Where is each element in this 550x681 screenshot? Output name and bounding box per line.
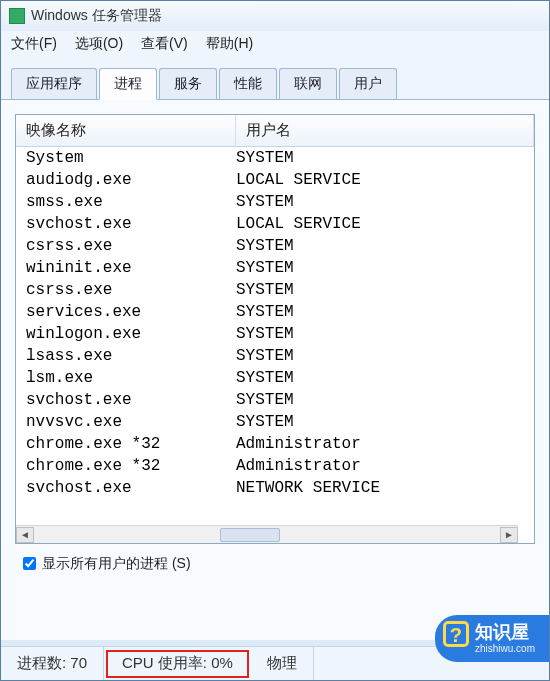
cell-user-name: SYSTEM bbox=[236, 281, 524, 299]
cell-user-name: SYSTEM bbox=[236, 193, 524, 211]
table-row[interactable]: services.exeSYSTEM bbox=[16, 301, 534, 323]
table-row[interactable]: winlogon.exeSYSTEM bbox=[16, 323, 534, 345]
cell-user-name: SYSTEM bbox=[236, 369, 524, 387]
table-row[interactable]: SystemSYSTEM bbox=[16, 147, 534, 169]
cell-image-name: svchost.exe bbox=[26, 215, 236, 233]
cell-image-name: lsm.exe bbox=[26, 369, 236, 387]
menu-view[interactable]: 查看(V) bbox=[141, 35, 188, 53]
cell-user-name: Administrator bbox=[236, 457, 524, 475]
cell-image-name: audiodg.exe bbox=[26, 171, 236, 189]
tab-users[interactable]: 用户 bbox=[339, 68, 397, 99]
menubar: 文件(F) 选项(O) 查看(V) 帮助(H) bbox=[1, 31, 549, 57]
show-all-users-row: 显示所有用户的进程 (S) bbox=[15, 544, 535, 577]
cell-image-name: services.exe bbox=[26, 303, 236, 321]
app-icon bbox=[9, 8, 25, 24]
status-process-count: 进程数: 70 bbox=[1, 647, 104, 680]
cell-user-name: SYSTEM bbox=[236, 237, 524, 255]
tab-processes[interactable]: 进程 bbox=[99, 68, 157, 100]
cell-user-name: SYSTEM bbox=[236, 149, 524, 167]
table-row[interactable]: wininit.exeSYSTEM bbox=[16, 257, 534, 279]
tab-services[interactable]: 服务 bbox=[159, 68, 217, 99]
tab-content: 映像名称 用户名 SystemSYSTEMaudiodg.exeLOCAL SE… bbox=[1, 100, 549, 640]
list-body[interactable]: SystemSYSTEMaudiodg.exeLOCAL SERVICEsmss… bbox=[16, 147, 534, 527]
show-all-users-label: 显示所有用户的进程 (S) bbox=[42, 555, 191, 573]
tab-applications[interactable]: 应用程序 bbox=[11, 68, 97, 99]
scroll-right-arrow-icon[interactable]: ► bbox=[500, 527, 518, 543]
tab-networking[interactable]: 联网 bbox=[279, 68, 337, 99]
cell-image-name: chrome.exe *32 bbox=[26, 435, 236, 453]
table-row[interactable]: svchost.exeNETWORK SERVICE bbox=[16, 477, 534, 499]
cell-user-name: SYSTEM bbox=[236, 303, 524, 321]
table-row[interactable]: chrome.exe *32Administrator bbox=[16, 433, 534, 455]
table-row[interactable]: smss.exeSYSTEM bbox=[16, 191, 534, 213]
table-row[interactable]: svchost.exeSYSTEM bbox=[16, 389, 534, 411]
show-all-users-checkbox[interactable] bbox=[23, 557, 36, 570]
table-row[interactable]: audiodg.exeLOCAL SERVICE bbox=[16, 169, 534, 191]
column-user-name[interactable]: 用户名 bbox=[236, 115, 534, 146]
cell-image-name: csrss.exe bbox=[26, 281, 236, 299]
table-row[interactable]: lsm.exeSYSTEM bbox=[16, 367, 534, 389]
cell-image-name: System bbox=[26, 149, 236, 167]
cell-image-name: svchost.exe bbox=[26, 391, 236, 409]
cell-user-name: NETWORK SERVICE bbox=[236, 479, 524, 497]
cell-image-name: smss.exe bbox=[26, 193, 236, 211]
menu-options[interactable]: 选项(O) bbox=[75, 35, 123, 53]
status-physical-memory: 物理 bbox=[251, 647, 314, 680]
column-image-name[interactable]: 映像名称 bbox=[16, 115, 236, 146]
window-title: Windows 任务管理器 bbox=[31, 7, 162, 25]
task-manager-window: Windows 任务管理器 文件(F) 选项(O) 查看(V) 帮助(H) 应用… bbox=[0, 0, 550, 681]
watermark-icon: ? bbox=[443, 621, 469, 647]
cell-image-name: csrss.exe bbox=[26, 237, 236, 255]
cell-user-name: LOCAL SERVICE bbox=[236, 171, 524, 189]
process-list: 映像名称 用户名 SystemSYSTEMaudiodg.exeLOCAL SE… bbox=[15, 114, 535, 544]
cell-image-name: lsass.exe bbox=[26, 347, 236, 365]
cell-user-name: LOCAL SERVICE bbox=[236, 215, 524, 233]
table-row[interactable]: csrss.exeSYSTEM bbox=[16, 235, 534, 257]
table-row[interactable]: csrss.exeSYSTEM bbox=[16, 279, 534, 301]
menu-file[interactable]: 文件(F) bbox=[11, 35, 57, 53]
cell-image-name: svchost.exe bbox=[26, 479, 236, 497]
table-row[interactable]: svchost.exeLOCAL SERVICE bbox=[16, 213, 534, 235]
tab-strip: 应用程序 进程 服务 性能 联网 用户 bbox=[1, 57, 549, 100]
table-row[interactable]: nvvsvc.exeSYSTEM bbox=[16, 411, 534, 433]
list-header: 映像名称 用户名 bbox=[16, 115, 534, 147]
scroll-track[interactable] bbox=[34, 527, 500, 543]
cell-user-name: Administrator bbox=[236, 435, 524, 453]
titlebar[interactable]: Windows 任务管理器 bbox=[1, 1, 549, 31]
cell-image-name: wininit.exe bbox=[26, 259, 236, 277]
horizontal-scrollbar[interactable]: ◄ ► bbox=[16, 525, 518, 543]
watermark-title: 知识屋 bbox=[475, 623, 529, 643]
cell-user-name: SYSTEM bbox=[236, 259, 524, 277]
scroll-left-arrow-icon[interactable]: ◄ bbox=[16, 527, 34, 543]
scroll-thumb[interactable] bbox=[220, 528, 280, 542]
cell-user-name: SYSTEM bbox=[236, 347, 524, 365]
cell-image-name: winlogon.exe bbox=[26, 325, 236, 343]
watermark-url: zhishiwu.com bbox=[475, 643, 535, 654]
tab-performance[interactable]: 性能 bbox=[219, 68, 277, 99]
menu-help[interactable]: 帮助(H) bbox=[206, 35, 253, 53]
cell-image-name: chrome.exe *32 bbox=[26, 457, 236, 475]
cell-image-name: nvvsvc.exe bbox=[26, 413, 236, 431]
status-cpu-usage: CPU 使用率: 0% bbox=[106, 650, 249, 678]
table-row[interactable]: lsass.exeSYSTEM bbox=[16, 345, 534, 367]
watermark-badge: ? 知识屋 zhishiwu.com bbox=[435, 615, 549, 662]
table-row[interactable]: chrome.exe *32Administrator bbox=[16, 455, 534, 477]
cell-user-name: SYSTEM bbox=[236, 325, 524, 343]
cell-user-name: SYSTEM bbox=[236, 413, 524, 431]
cell-user-name: SYSTEM bbox=[236, 391, 524, 409]
